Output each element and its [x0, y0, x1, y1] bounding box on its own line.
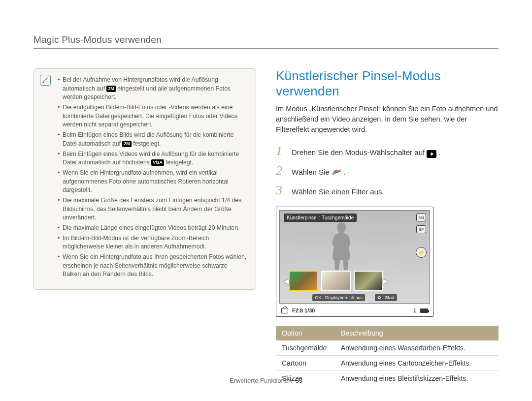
intro-text: Im Modus „Künstlerischer Pinsel“ können …: [276, 104, 499, 135]
inline-badge: 2M: [122, 141, 132, 147]
note-item: Beim Einfügen eines Videos wird die Aufl…: [58, 150, 247, 167]
cell-option: Cartoon: [276, 356, 335, 371]
resolution-icon: 5M: [416, 214, 426, 221]
exposure-value: F2.8 1/30: [292, 308, 315, 313]
step-number: 2: [276, 163, 285, 178]
step: 3Wählen Sie einen Filter aus.: [276, 183, 499, 198]
note-item: Bei der Aufnahme von Hintergrundfotos wi…: [58, 76, 247, 102]
flash-off-icon: ⚡: [416, 247, 427, 258]
inline-badge: 2M: [106, 86, 116, 92]
lcd-bottom-hints: OK : Displaybereich aus ✿ : Start: [280, 294, 430, 301]
thumb-2: [321, 271, 351, 291]
table-row: CartoonAnwendung eines Cartoonzeichen-Ef…: [276, 356, 499, 371]
breadcrumb: Magic Plus-Modus verwenden: [33, 34, 499, 49]
lcd-hint-start: ✿ : Start: [375, 294, 397, 301]
note-item: Wenn Sie ein Hintergrundfoto aufnehmen, …: [58, 169, 247, 195]
filter-thumbnails: ◀ ▶: [289, 271, 383, 291]
lcd-side-icons: 5M SF ⚡: [416, 214, 427, 258]
lcd-hint-ok: OK : Displaybereich aus: [312, 294, 365, 301]
step-text: Wählen Sie einen Filter aus.: [292, 186, 384, 198]
thumb-1: ◀: [289, 271, 318, 291]
note-item: Die maximale Größe des Fensters zum Einf…: [58, 196, 247, 222]
cell-description: Anwendung eines Cartoonzeichen-Effekts.: [335, 356, 499, 371]
step-number: 1: [276, 144, 285, 158]
page-footer: Erweiterte Funktionen 53: [0, 377, 532, 384]
sf-icon: SF: [416, 225, 426, 233]
step-number: 3: [276, 183, 285, 198]
note-item: Im Bild-im-Bild-Modus ist der verfügbare…: [58, 234, 247, 251]
footer-page-number: 53: [296, 377, 302, 384]
table-row: TuschgemäldeAnwendung eines Wasserfarben…: [276, 340, 499, 356]
footer-section: Erweiterte Funktionen: [230, 377, 292, 384]
note-icon: [40, 75, 51, 86]
note-item: Die maximale Länge eines eingefügten Vid…: [58, 224, 247, 233]
inline-badge: VGA: [151, 159, 164, 166]
note-item: Wenn Sie ein Hintergrundfoto aus Ihren g…: [58, 253, 247, 279]
cell-description: Anwendung eines Wasserfarben-Effekts.: [335, 340, 499, 356]
step-text: Wählen Sie .: [292, 167, 345, 178]
th-option: Option: [276, 326, 335, 340]
right-column: Künstlerischer Pinsel-Modus verwenden Im…: [276, 68, 499, 386]
step: 1Drehen Sie den Modus-Wählschalter auf ✦…: [276, 144, 499, 158]
section-heading: Künstlerischer Pinsel-Modus verwenden: [276, 68, 499, 99]
note-item: Die endgültigen Bild-im-Bild-Fotos oder …: [58, 103, 247, 129]
shot-count: 1: [413, 308, 416, 313]
steps-list: 1Drehen Sie den Modus-Wählschalter auf ✦…: [276, 144, 499, 198]
mode-dial-icon: ✦: [427, 150, 436, 158]
step: 2Wählen Sie .: [276, 163, 499, 178]
left-column: Bei der Aufnahme von Hintergrundfotos wi…: [33, 68, 256, 386]
lcd-preview: Künstlerpinsel : Tuschgemälde 5M SF ⚡ ◀ …: [276, 207, 433, 317]
note-box: Bei der Aufnahme von Hintergrundfotos wi…: [33, 68, 256, 290]
silhouette-graphic: [327, 218, 356, 273]
camera-icon: [281, 308, 288, 313]
artistic-brush-icon: [332, 167, 341, 175]
battery-icon: [420, 308, 428, 313]
step-text: Drehen Sie den Modus-Wählschalter auf ✦ …: [292, 147, 441, 158]
cell-option: Tuschgemälde: [276, 340, 335, 356]
thumb-3: ▶: [354, 271, 383, 291]
th-description: Beschreibung: [335, 326, 499, 340]
lcd-status-bar: F2.8 1/30 1: [276, 307, 433, 316]
note-item: Beim Einfügen eines Bilds wird die Auflö…: [58, 131, 247, 148]
